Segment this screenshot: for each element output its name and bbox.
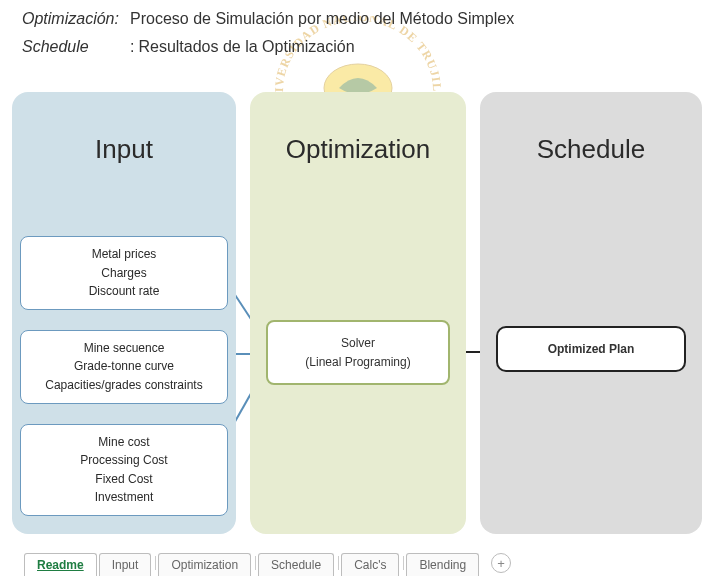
def-value: Proceso de Simulación por medio del Méto… [130,6,514,32]
box-line: Grade-tonne curve [31,357,217,376]
input-box-stack: Metal prices Charges Discount rate Mine … [20,236,228,516]
plus-icon: + [497,556,505,571]
def-sep: : [130,34,134,60]
input-box-costs: Mine cost Processing Cost Fixed Cost Inv… [20,424,228,516]
box-line: (Lineal Programing) [278,353,438,372]
column-input: Input Metal prices Charges Discount rate… [12,92,236,534]
column-title: Optimization [250,134,466,165]
tab-calcs[interactable]: Calc's [341,553,399,576]
tab-separator [338,556,339,570]
box-line: Optimized Plan [548,342,635,356]
box-line: Capacities/grades constraints [31,376,217,395]
def-value: Resultados de la Optimización [138,34,354,60]
diagram-area: Input Metal prices Charges Discount rate… [4,92,712,534]
def-term: Optimización: [22,6,130,32]
tab-schedule[interactable]: Schedule [258,553,334,576]
tab-separator [255,556,256,570]
box-line: Investment [31,488,217,507]
tab-optimization[interactable]: Optimization [158,553,251,576]
tab-blending[interactable]: Blending [406,553,479,576]
def-row-schedule: Schedule : Resultados de la Optimización [22,34,694,60]
box-line: Metal prices [31,245,217,264]
box-line: Fixed Cost [31,470,217,489]
def-term: Schedule [22,34,130,60]
box-line: Solver [278,334,438,353]
definitions-block: Optimización: Proceso de Simulación por … [22,6,694,61]
tab-input[interactable]: Input [99,553,152,576]
box-line: Processing Cost [31,451,217,470]
box-line: Discount rate [31,282,217,301]
input-box-mining: Mine secuence Grade-tonne curve Capaciti… [20,330,228,404]
box-line: Mine secuence [31,339,217,358]
column-title: Input [12,134,236,165]
def-row-optimizacion: Optimización: Proceso de Simulación por … [22,6,694,32]
optimized-plan-box: Optimized Plan [496,326,686,372]
column-optimization: Optimization Solver (Lineal Programing) [250,92,466,534]
tab-readme[interactable]: Readme [24,553,97,576]
add-sheet-button[interactable]: + [491,553,511,573]
tab-separator [155,556,156,570]
tab-separator [403,556,404,570]
box-line: Charges [31,264,217,283]
sheet-tab-bar: Readme Input Optimization Schedule Calc'… [24,550,712,576]
column-schedule: Schedule Optimized Plan [480,92,702,534]
box-line: Mine cost [31,433,217,452]
page-root: UNIVERSIDAD NACIONAL DE TRUJILLO Optimiz… [0,0,716,582]
input-box-prices: Metal prices Charges Discount rate [20,236,228,310]
solver-box: Solver (Lineal Programing) [266,320,450,385]
column-title: Schedule [480,134,702,165]
